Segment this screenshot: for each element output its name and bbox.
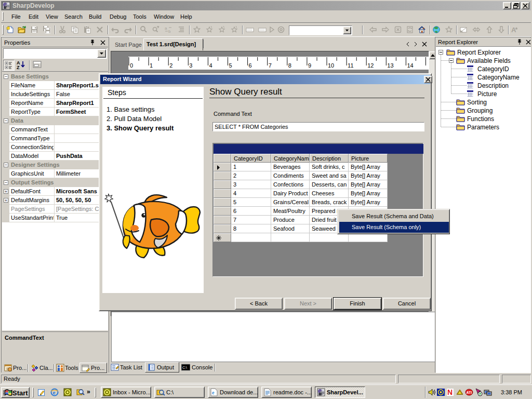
- svg-text:Z: Z: [17, 65, 20, 70]
- svg-text:10: 10: [328, 62, 334, 69]
- svg-text:9: 9: [308, 62, 311, 69]
- svg-text:A: A: [511, 26, 516, 34]
- svg-text:2: 2: [169, 62, 172, 69]
- svg-text:14: 14: [407, 62, 413, 69]
- svg-text:b: b: [168, 29, 171, 34]
- svg-text:7: 7: [269, 62, 272, 69]
- svg-text:5: 5: [229, 62, 232, 69]
- svg-text:ATI: ATI: [467, 391, 472, 394]
- svg-text:0: 0: [130, 62, 133, 69]
- svg-text:6: 6: [249, 62, 252, 69]
- svg-text:8: 8: [288, 62, 291, 69]
- svg-text:e: e: [212, 390, 215, 395]
- svg-text:1: 1: [150, 62, 153, 69]
- svg-text:11: 11: [348, 62, 353, 69]
- svg-text:13: 13: [387, 62, 393, 69]
- svg-text:3: 3: [189, 62, 192, 69]
- svg-text:a: a: [165, 26, 167, 31]
- svg-text:4: 4: [209, 62, 212, 69]
- svg-text:N: N: [447, 388, 453, 396]
- svg-text:12: 12: [367, 62, 374, 69]
- svg-text:C:\: C:\: [182, 366, 187, 369]
